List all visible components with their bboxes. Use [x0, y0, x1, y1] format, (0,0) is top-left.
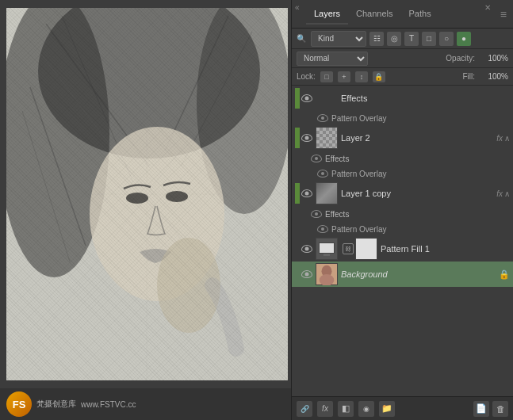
shape-filter-icon[interactable]: □ [422, 32, 436, 46]
layer-thumbnail [316, 238, 338, 260]
new-layer-button[interactable]: 📄 [473, 401, 489, 417]
lock-position-icon[interactable]: ↕ [355, 71, 368, 82]
layer-effect-row: Pattern Overlay [292, 222, 513, 236]
portrait-overlay [6, 8, 288, 380]
lock-all-icon[interactable]: 🔒 [373, 71, 385, 82]
filter-row: 🔍 Kind ☷ ◎ T □ ○ ● [292, 29, 513, 49]
eye-icon [301, 245, 312, 253]
link-layers-button[interactable]: 🔗 [297, 401, 312, 417]
logo-badge: FS [6, 391, 32, 417]
effect-name: Pattern Overlay [331, 114, 386, 123]
fill-value: 100% [480, 72, 508, 81]
layer-lock-icon: 🔒 [499, 269, 510, 280]
fill-label: Fill: [462, 72, 475, 81]
layer-fx-badge: fx [496, 134, 503, 143]
layer-effect-row: Pattern Overlay [292, 166, 513, 181]
lock-transparent-icon[interactable]: □ [320, 71, 333, 82]
layer-row-background[interactable]: Background 🔒 [292, 262, 513, 287]
opacity-value: 100% [480, 54, 508, 63]
smart-filter-icon[interactable]: ○ [439, 32, 454, 46]
eye-icon [301, 270, 312, 278]
layer-name: Background [341, 269, 497, 279]
effect-eye-icon [311, 210, 322, 218]
list-item: ⛓ Pattern Fill 1 [292, 236, 513, 262]
blend-row: Normal Opacity: 100% [292, 49, 513, 68]
portrait-background [6, 8, 288, 380]
search-icon: 🔍 [297, 34, 306, 43]
canvas-area [0, 0, 293, 388]
layer-expand-arrow[interactable]: ∧ [504, 134, 510, 143]
brand-text: 梵摄创意库 [36, 399, 76, 410]
pixel-filter-icon[interactable]: ☷ [369, 32, 384, 46]
brand-url: www.FSTVC.cc [81, 400, 136, 409]
list-item: Layer 2 fx ∧ Effects Pattern Overlay [292, 125, 513, 181]
close-icon[interactable]: ✕ [484, 3, 491, 12]
layers-list[interactable]: Effects Pattern Overlay Layer 2 fx ∧ [292, 86, 513, 396]
layer-visibility-toggle[interactable] [300, 267, 314, 281]
list-item: Effects Pattern Overlay [292, 86, 513, 125]
canvas-image [6, 8, 288, 380]
blend-mode-select[interactable]: Normal [297, 52, 368, 66]
bottom-bar: FS 梵摄创意库 www.FSTVC.cc [0, 388, 293, 420]
effects-label: Effects [325, 155, 349, 163]
tab-layers[interactable]: Layers [306, 4, 348, 25]
new-group-button[interactable]: 📁 [379, 401, 395, 417]
add-mask-button[interactable]: ◧ [338, 401, 354, 417]
monitor-base [323, 254, 330, 256]
effects-label: Effects [325, 210, 349, 219]
eye-icon [301, 189, 312, 197]
layer-chain-icon: ⛓ [343, 243, 354, 254]
panel-menu-icon[interactable]: ≡ [500, 8, 507, 21]
layers-panel: « Layers Channels Paths ✕ ≡ 🔍 Kind ☷ ◎ T… [291, 0, 513, 420]
layer-thumbnail [316, 127, 338, 149]
list-item: Background 🔒 [292, 262, 513, 287]
layer-row-effects-top[interactable]: Effects [292, 86, 513, 111]
panel-right-buttons: 📄 🗑 [473, 401, 508, 417]
layer-visibility-toggle[interactable] [300, 242, 314, 256]
layer-thumbnail [316, 263, 338, 285]
effect-eye-icon [317, 170, 328, 178]
layer-effect-row: Pattern Overlay [292, 111, 513, 125]
lock-image-icon[interactable]: + [338, 71, 350, 82]
tab-channels[interactable]: Channels [348, 4, 400, 25]
layer-thumbnail-spacer [316, 87, 338, 109]
opacity-label: Opacity: [446, 54, 475, 63]
tab-paths[interactable]: Paths [401, 4, 439, 25]
layer-name: Effects [341, 94, 510, 103]
effect-name: Pattern Overlay [331, 225, 386, 234]
list-item: Layer 1 copy fx ∧ Effects Pattern Overla… [292, 181, 513, 236]
layer-name: Layer 2 [341, 133, 493, 143]
filter-kind-select[interactable]: Kind [311, 31, 366, 47]
effect-eye-icon [317, 114, 328, 122]
adjustment-filter-icon[interactable]: ◎ [387, 32, 401, 46]
type-filter-icon[interactable]: T [404, 32, 419, 46]
layer-fx-badge: fx [496, 189, 503, 198]
green-filter-icon[interactable]: ● [457, 32, 471, 46]
panel-tabs: « Layers Channels Paths ✕ ≡ [292, 0, 513, 29]
effect-eye-icon [317, 225, 328, 233]
layer-visibility-toggle[interactable] [300, 131, 314, 145]
layer-expand-arrow[interactable]: ∧ [504, 189, 510, 198]
layer-row-layer1copy[interactable]: Layer 1 copy fx ∧ [292, 181, 513, 206]
layer-row-patternfill[interactable]: ⛓ Pattern Fill 1 [292, 236, 513, 262]
layer-mask-thumbnail [355, 238, 377, 260]
delete-layer-button[interactable]: 🗑 [492, 401, 508, 417]
layer-thumbnail [316, 182, 338, 204]
add-adjustment-button[interactable]: ◉ [358, 401, 374, 417]
layer-name: Pattern Fill 1 [381, 244, 510, 254]
lock-row: Lock: □ + ↕ 🔒 Fill: 100% [292, 68, 513, 86]
layer-name: Layer 1 copy [341, 189, 493, 198]
effect-eye-icon [311, 155, 322, 162]
layer-row-layer2[interactable]: Layer 2 fx ∧ [292, 125, 513, 151]
layer-visibility-toggle[interactable] [300, 91, 314, 105]
lock-label: Lock: [297, 72, 316, 81]
effect-name: Pattern Overlay [331, 170, 386, 178]
panel-bottom: 🔗 fx ◧ ◉ 📁 📄 🗑 [292, 396, 513, 420]
effects-row: Effects [292, 151, 513, 166]
fx-button[interactable]: fx [317, 401, 333, 417]
eye-icon [301, 134, 312, 142]
effects-row: Effects [292, 206, 513, 222]
monitor-screen [319, 242, 335, 254]
eye-icon [301, 94, 312, 102]
layer-visibility-toggle[interactable] [300, 186, 314, 200]
